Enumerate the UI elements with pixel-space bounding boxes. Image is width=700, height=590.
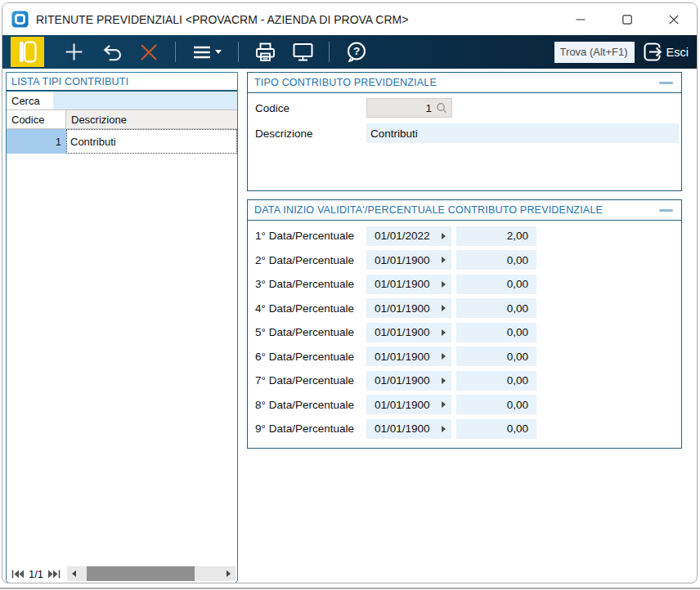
validita-row: 2° Data/Percentuale 01/01/1900 0,00 [248, 248, 681, 273]
door-icon [19, 41, 37, 63]
last-page-button[interactable] [47, 570, 61, 579]
undo-button[interactable] [97, 38, 125, 66]
list-panel-title: LISTA TIPI CONTRIBUTI [11, 76, 128, 87]
row-label: 3° Data/Percentuale [248, 278, 366, 290]
date-field[interactable]: 01/01/1900 [366, 298, 451, 318]
validita-panel-header: DATA INIZIO VALIDITA'/PERCENTUALE CONTRI… [248, 200, 681, 221]
cell-descrizione[interactable]: Contributi [66, 129, 237, 154]
date-field[interactable]: 01/01/1900 [366, 250, 451, 270]
cell-codice[interactable]: 1 [7, 129, 66, 154]
close-button[interactable] [650, 3, 697, 35]
menu-button[interactable] [188, 38, 226, 66]
row-label: 2° Data/Percentuale [248, 254, 366, 266]
maximize-button[interactable] [604, 3, 650, 35]
search-lookup-icon[interactable] [436, 102, 447, 114]
date-value: 01/01/1900 [375, 254, 442, 266]
print-button[interactable] [251, 38, 279, 66]
column-header-codice[interactable]: Codice [7, 110, 66, 128]
toolbar-separator [238, 42, 239, 62]
percent-field[interactable]: 0,00 [456, 419, 536, 439]
descrizione-value: Contributi [370, 127, 418, 140]
monitor-icon [292, 42, 314, 62]
percent-field[interactable]: 0,00 [456, 346, 536, 366]
percent-field[interactable]: 0,00 [456, 275, 536, 294]
delete-x-icon [139, 42, 159, 62]
collapse-icon[interactable] [659, 82, 673, 84]
descrizione-field[interactable]: Contributi [366, 123, 679, 143]
close-icon [669, 15, 679, 25]
pager-bar: 1/1 [7, 565, 237, 583]
toolbar-separator [329, 42, 330, 62]
monitor-button[interactable] [289, 38, 316, 66]
toolbar-separator [175, 42, 176, 62]
date-field[interactable]: 01/01/1900 [366, 371, 451, 391]
scroll-right-icon[interactable] [227, 570, 231, 577]
collapse-icon[interactable] [659, 209, 673, 212]
percent-field[interactable]: 2,00 [456, 226, 536, 246]
percent-field[interactable]: 0,00 [456, 371, 536, 391]
column-header-descrizione[interactable]: Descrizione [66, 110, 237, 128]
descrizione-label: Descrizione [248, 127, 366, 140]
plus-icon [64, 42, 84, 62]
help-icon: ? [345, 41, 367, 63]
date-dropdown-icon[interactable] [442, 281, 446, 288]
date-field[interactable]: 01/01/1900 [366, 346, 451, 366]
date-field[interactable]: 01/01/1900 [366, 419, 451, 439]
date-field[interactable]: 01/01/1900 [366, 395, 451, 414]
validita-row: 9° Data/Percentuale 01/01/1900 0,00 [248, 417, 681, 441]
row-label: 5° Data/Percentuale [248, 326, 366, 338]
date-dropdown-icon[interactable] [442, 353, 446, 360]
minimize-button[interactable] [557, 3, 604, 35]
titlebar: RITENUTE PREVIDENZIALI <PROVACRM - AZIEN… [2, 3, 697, 35]
first-page-button[interactable] [11, 570, 25, 579]
tipo-panel-title: TIPO CONTRIBUTO PREVIDENZIALE [254, 77, 437, 88]
grid-header: Codice Descrizione [7, 110, 237, 129]
navigator-button[interactable] [11, 37, 44, 67]
exit-icon [644, 42, 662, 61]
date-dropdown-icon[interactable] [442, 378, 446, 384]
codice-value: 1 [425, 102, 432, 114]
date-field[interactable]: 01/01/1900 [366, 323, 451, 342]
row-label: 7° Data/Percentuale [248, 374, 366, 387]
date-dropdown-icon[interactable] [442, 426, 446, 432]
help-button[interactable]: ? [342, 38, 370, 66]
codice-label: Codice [248, 102, 366, 114]
search-input[interactable] [53, 92, 237, 110]
svg-text:?: ? [352, 45, 359, 57]
exit-button[interactable]: Esci [644, 42, 689, 61]
minimize-icon [576, 15, 586, 25]
date-value: 01/01/2022 [375, 230, 442, 242]
row-label: 1° Data/Percentuale [248, 230, 366, 242]
date-field[interactable]: 01/01/1900 [366, 275, 451, 294]
table-row[interactable]: 1 Contributi [7, 129, 237, 154]
delete-button[interactable] [135, 38, 163, 66]
percent-field[interactable]: 0,00 [456, 298, 536, 318]
search-row: Cerca [7, 92, 237, 110]
date-dropdown-icon[interactable] [442, 329, 446, 336]
validita-row: 3° Data/Percentuale 01/01/1900 0,00 [248, 272, 681, 297]
codice-input[interactable]: 1 [366, 98, 452, 118]
percent-field[interactable]: 0,00 [456, 250, 536, 270]
scroll-left-icon[interactable] [72, 570, 76, 577]
caret-down-icon [215, 50, 222, 54]
scroll-thumb[interactable] [87, 566, 195, 581]
validita-row: 7° Data/Percentuale 01/01/1900 0,00 [248, 369, 681, 393]
toolbar: ? Esci [2, 35, 697, 69]
date-dropdown-icon[interactable] [442, 233, 446, 239]
date-field[interactable]: 01/01/2022 [366, 226, 451, 246]
date-dropdown-icon[interactable] [442, 257, 446, 263]
add-button[interactable] [60, 38, 88, 66]
date-dropdown-icon[interactable] [442, 401, 446, 408]
tipo-panel-header: TIPO CONTRIBUTO PREVIDENZIALE [248, 73, 681, 93]
validita-row: 6° Data/Percentuale 01/01/1900 0,00 [248, 345, 681, 369]
horizontal-scrollbar[interactable] [67, 566, 236, 581]
percent-field[interactable]: 0,00 [456, 323, 536, 342]
find-input[interactable] [554, 42, 635, 63]
list-panel: LISTA TIPI CONTRIBUTI Cerca Codice Descr… [6, 72, 238, 583]
validita-row: 5° Data/Percentuale 01/01/1900 0,00 [248, 320, 681, 345]
date-dropdown-icon[interactable] [442, 305, 446, 311]
screen: RITENUTE PREVIDENZIALI <PROVACRM - AZIEN… [0, 0, 700, 590]
date-value: 01/01/1900 [375, 278, 442, 290]
percent-field[interactable]: 0,00 [456, 395, 536, 414]
page-indicator: 1/1 [29, 568, 43, 580]
